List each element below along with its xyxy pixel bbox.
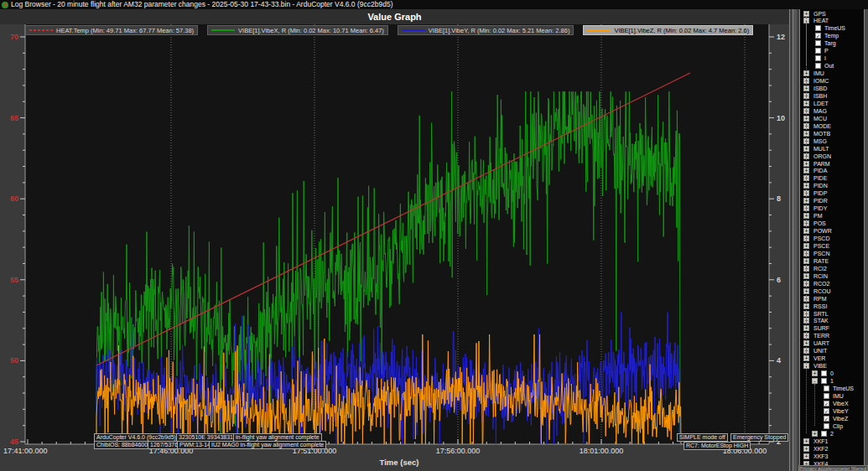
tree-row[interactable]: +RCO2 [800,280,864,287]
tree-row[interactable]: +0 [800,370,864,377]
tree-item-isbh[interactable]: ISBH [813,93,827,99]
expand-icon[interactable]: + [803,446,809,452]
tree-item-motb[interactable]: MOTB [813,131,830,137]
tree-item-orgn[interactable]: ORGN [813,153,831,159]
tree-item-vibez[interactable]: VibeZ [833,416,848,422]
unchecked-checkbox[interactable] [821,431,827,437]
unchecked-checkbox[interactable] [821,378,827,384]
tree-row[interactable]: +ISBH [800,92,864,100]
unchecked-checkbox[interactable] [815,48,821,54]
tree-row[interactable]: +IOMC [800,77,864,85]
tree-item-pm[interactable]: PM [813,213,823,219]
expand-icon[interactable]: + [812,431,818,437]
tree-item-1[interactable]: 1 [830,378,834,384]
tree-row[interactable]: +RPM [800,295,864,303]
tree-item-mcu[interactable]: MCU [813,116,827,122]
tree-item-pide[interactable]: PIDE [813,175,827,181]
tree-item-p[interactable]: P [824,48,829,54]
tree-item-imu[interactable]: IMU [833,393,844,399]
tree-row[interactable]: +RATE [800,257,864,265]
unchecked-checkbox[interactable] [815,25,821,31]
tree-row[interactable]: +PIDN [800,182,864,189]
tree-row[interactable]: +MULT [800,145,864,153]
tree-item-pidp[interactable]: PIDP [813,190,827,196]
tree-item-clip[interactable]: Clip [833,423,843,429]
tree-item-pidy[interactable]: PIDY [813,205,827,211]
unchecked-checkbox[interactable] [821,370,827,376]
tree-item-powr[interactable]: POWR [813,228,832,234]
tree-row[interactable]: TimeUS [800,24,864,32]
legend-entry-vibex[interactable]: VIBE[1].VibeX, R (Min: 0.02 Max: 10.71 M… [207,25,388,35]
tree-item-unit[interactable]: UNIT [813,348,827,354]
tree-item-out[interactable]: Out [824,63,834,69]
tree-row[interactable]: P [800,47,864,54]
tree-row[interactable]: +PARM [800,160,864,168]
tree-row[interactable]: +RCOU [800,287,864,295]
tree-row[interactable]: +XKF3 [800,453,864,460]
tree-item-pscn[interactable]: PSCN [813,251,829,256]
tree-item-rpm[interactable]: RPM [813,296,827,302]
tree-item-mode[interactable]: MODE [813,123,831,129]
tree-row[interactable]: Out [800,62,864,70]
tree-row[interactable]: +TERR [800,332,864,339]
tree-row[interactable]: -VIBE [800,362,864,370]
tree-row[interactable]: +2 [800,430,864,437]
tree-row[interactable]: +PIDA [800,167,864,174]
tree-item-pidn[interactable]: PIDN [813,183,828,189]
tree-row[interactable]: I [800,54,864,62]
tree-item-srtl[interactable]: SRTL [813,311,829,317]
tree-row[interactable]: +SURF [800,324,864,332]
tree-row[interactable]: +IMU [800,70,864,77]
tree-row[interactable]: +GPS [800,10,864,18]
tree-row[interactable]: Clip [800,422,864,430]
tree-row[interactable]: ✓VibeY [800,407,864,415]
tree-item-vibex[interactable]: VibeX [833,401,849,406]
tree-item-iomc[interactable]: IOMC [813,78,829,84]
tree-item-temp[interactable]: Temp [824,33,839,39]
unchecked-checkbox[interactable] [824,386,829,391]
tree-row[interactable]: +LDET [800,100,864,107]
tree-item-rci2[interactable]: RCI2 [813,266,827,272]
legend-entry-vibey[interactable]: VIBE[1].VibeY, R (Min: 0.02 Max: 5.21 Me… [398,25,574,35]
tree-row[interactable]: +PM [800,212,864,220]
tree-row[interactable]: +PSCE [800,242,864,250]
tree-item-0[interactable]: 0 [830,370,834,376]
expand-icon[interactable]: + [812,370,818,376]
tree-item-timeus[interactable]: TimeUS [824,25,845,31]
tree-row[interactable]: +XKF2 [800,445,864,453]
tree-row[interactable]: +XKF1 [800,437,864,445]
tree-item-vibey[interactable]: VibeY [833,408,849,414]
tree-row[interactable]: -1 [800,377,864,385]
checked-checkbox[interactable]: ✓ [824,408,829,414]
tree-item-ldet[interactable]: LDET [813,101,829,106]
tree-row[interactable]: +ISBD [800,85,864,92]
tree-row[interactable]: -HEAT [800,17,864,24]
tree-item-uart[interactable]: UART [813,340,829,346]
chart-tree-splitter-scrollbar[interactable] [789,9,800,471]
tree-item-pscd[interactable]: PSCD [813,236,829,241]
tree-row[interactable]: ✓VibeX [800,400,864,407]
tree-row[interactable]: +PSCD [800,235,864,242]
tree-row[interactable]: +MAG [800,107,864,115]
tree-row[interactable]: +RCI2 [800,265,864,272]
checked-checkbox[interactable]: ✓ [815,33,821,39]
tree-item-stak[interactable]: STAK [813,318,829,323]
tree-item-xkf3[interactable]: XKF3 [813,453,829,459]
tree-item-terr[interactable]: TERR [813,333,829,339]
checked-checkbox[interactable]: ✓ [824,401,829,406]
tree-row[interactable]: +MOTB [800,130,864,137]
tree-item-ver[interactable]: VER [813,355,825,361]
tree-row[interactable]: +PIDY [800,204,864,212]
expand-icon[interactable]: + [803,453,809,459]
tree-row[interactable]: +MCU [800,115,864,122]
legend-entry-heat-temp[interactable]: HEAT.Temp (Min: 49.71 Max: 67.77 Mean: 5… [25,25,198,35]
tree-row[interactable]: +STAK [800,317,864,324]
tree-row[interactable]: Targ [800,39,864,47]
tree-item-mult[interactable]: MULT [813,146,829,152]
tree-item-psce[interactable]: PSCE [813,243,829,249]
tree-item-surf[interactable]: SURF [813,325,829,331]
tree-row[interactable]: +RCIN [800,272,864,280]
tree-item-msg[interactable]: MSG [813,138,827,144]
tree-item-isbd[interactable]: ISBD [813,85,827,91]
tree-item-pos[interactable]: POS [813,220,826,226]
